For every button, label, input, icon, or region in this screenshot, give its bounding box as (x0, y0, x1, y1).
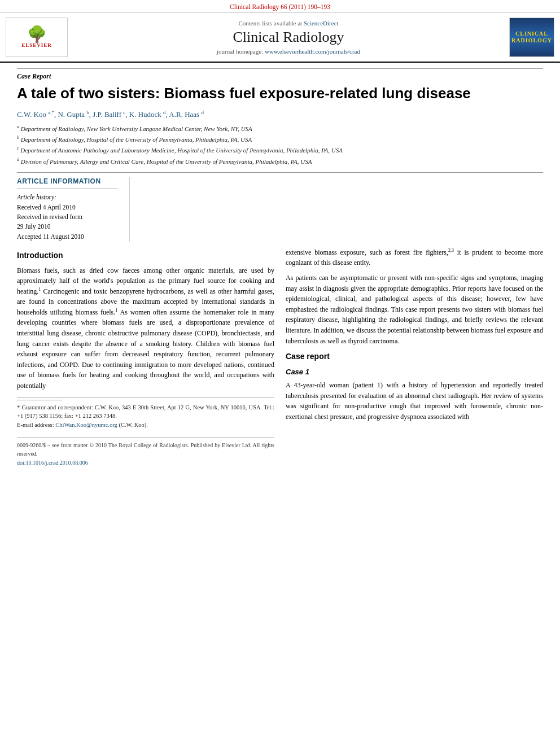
case1-paragraph: A 43-year-old woman (patient 1) with a h… (286, 380, 543, 422)
clinical-radiology-logo: CLINICAL RADIOLOGY (509, 18, 554, 57)
footnote-separator (17, 400, 62, 400)
article-title: A tale of two sisters: Biomass fuel expo… (17, 84, 543, 103)
journal-header: 🌳 ELSEVIER Contents lists available at S… (0, 13, 560, 63)
author-4: K. Hudock d (129, 110, 166, 119)
article-type-label: Case Report (17, 68, 543, 81)
text-column-right: extensive biomass exposure, such as fore… (286, 247, 543, 468)
received-date: Received 4 April 2010 (17, 203, 118, 212)
journal-logo-right: CLINICAL RADIOLOGY (509, 18, 554, 57)
sciencedirect-text: Contents lists available at ScienceDirec… (238, 20, 338, 27)
affiliations: a Department of Radiology, New York Univ… (17, 124, 543, 167)
revised-label: Received in revised form (17, 212, 118, 222)
homepage-url-link[interactable]: www.elsevierhealth.com/journals/crad (265, 48, 360, 55)
journal-bar: Clinical Radiology 66 (2011) 190–193 (0, 0, 560, 13)
footnote-guarantor-text: * Guarantor and correspondent: C.W. Koo,… (17, 404, 274, 420)
footnote-guarantor: * Guarantor and correspondent: C.W. Koo,… (17, 403, 274, 421)
accepted-date: Accepted 11 August 2010 (17, 232, 118, 242)
author-2: N. Gupta b (58, 110, 89, 119)
logo-title-line2: RADIOLOGY (511, 37, 552, 44)
intro-paragraph-1-continued: extensive biomass exposure, such as fore… (286, 247, 543, 268)
text-column-left: Introduction Biomass fuels, such as drie… (17, 247, 274, 468)
elsevier-logo-box: 🌳 ELSEVIER (6, 18, 68, 57)
intro-paragraph-2: As patients can be asymptomatic or prese… (286, 273, 543, 346)
sciencedirect-label: Contents lists available at (238, 20, 303, 27)
footnote-email-link[interactable]: ChiWan.Koo@nyumc.org (55, 422, 117, 428)
journal-title: Clinical Radiology (233, 29, 344, 46)
affiliation-a: a Department of Radiology, New York Univ… (17, 124, 543, 134)
journal-citation: Clinical Radiology 66 (2011) 190–193 (230, 3, 330, 10)
bottom-bar: 0009-9260/$ – see front matter © 2010 Th… (17, 438, 274, 468)
author-5: A.R. Haas d (169, 110, 204, 119)
introduction-heading: Introduction (17, 250, 274, 262)
case1-heading: Case 1 (286, 366, 543, 378)
affiliation-b: b Department of Radiology, Hospital of t… (17, 134, 543, 145)
author-3: J.P. Baliff c (93, 110, 125, 119)
homepage-label: journal homepage: (217, 48, 265, 55)
doi-text: doi:10.1016/j.crad.2010.08.006 (17, 458, 274, 468)
separator-line (17, 172, 543, 173)
sciencedirect-link[interactable]: ScienceDirect (304, 20, 339, 27)
main-content: Case Report A tale of two sisters: Bioma… (0, 63, 560, 473)
article-info-divider (17, 189, 118, 189)
logo-title-line1: CLINICAL (515, 30, 548, 37)
article-info-heading: ARTICLE INFORMATION (17, 177, 118, 185)
revised-date: 29 July 2010 (17, 222, 118, 231)
journal-title-area: Contents lists available at ScienceDirec… (73, 18, 504, 57)
issn-text: 0009-9260/$ – see front matter © 2010 Th… (17, 441, 274, 458)
authors-line: C.W. Koo a,*, N. Gupta b, J.P. Baliff c,… (17, 110, 543, 119)
intro-paragraph-1: Biomass fuels, such as dried cow faeces … (17, 265, 274, 391)
footnote-email-suffix: (C.W. Koo). (117, 422, 148, 428)
footnote-email-label: E-mail address: (17, 422, 55, 428)
doi-link[interactable]: doi:10.1016/j.crad.2010.08.006 (17, 460, 88, 466)
right-column-empty (130, 177, 543, 242)
article-info-column: ARTICLE INFORMATION Article history: Rec… (17, 177, 130, 242)
elsevier-tree-icon: 🌳 (27, 27, 47, 42)
footnote-area: * Guarantor and correspondent: C.W. Koo,… (17, 397, 274, 430)
journal-homepage: journal homepage: www.elsevierhealth.com… (217, 48, 360, 55)
author-1: C.W. Koo a,* (17, 110, 54, 119)
article-history-label: Article history: (17, 194, 118, 200)
two-column-layout: ARTICLE INFORMATION Article history: Rec… (17, 177, 543, 242)
affiliation-c: c Department of Anatomic Pathology and L… (17, 145, 543, 155)
elsevier-label: ELSEVIER (21, 42, 52, 48)
affiliation-d: d Division of Pulmonary, Allergy and Cri… (17, 156, 543, 167)
body-text: Introduction Biomass fuels, such as drie… (17, 247, 543, 468)
case-report-heading: Case report (286, 351, 543, 363)
footnote-email-line: E-mail address: ChiWan.Koo@nyumc.org (C.… (17, 421, 274, 430)
